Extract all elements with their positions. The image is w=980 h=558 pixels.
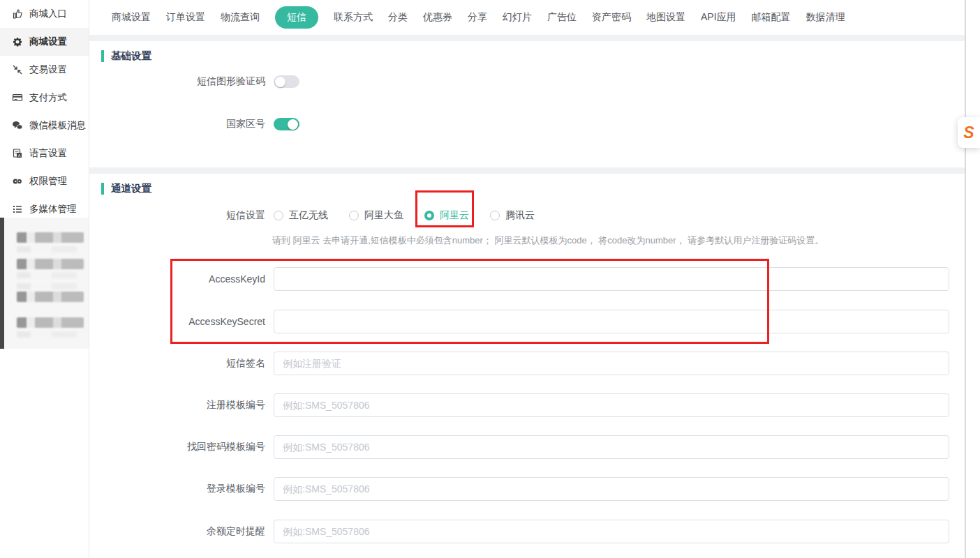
form-row-register-template: 注册模板编号 (96, 393, 965, 417)
section-header-channel: 通道设置 (101, 182, 151, 195)
sidebar-item-label: 多媒体管理 (29, 203, 77, 216)
basic-settings-card: 基础设置 短信图形验证码 国家区号 (96, 41, 965, 167)
redacted-menu-item[interactable] (17, 317, 84, 328)
sidebar-scrollbar[interactable] (0, 218, 4, 349)
sidebar-item-payment-methods[interactable]: 支付方式 (0, 84, 89, 112)
section-accent-bar (101, 50, 104, 62)
radio-label: 互亿无线 (289, 209, 328, 222)
sidebar-item-label: 支付方式 (29, 91, 67, 104)
balance-reminder-input[interactable] (274, 520, 949, 543)
login-template-input[interactable] (274, 477, 949, 501)
tab-asset-password[interactable]: 资产密码 (592, 11, 631, 24)
redacted-menu-item[interactable] (17, 232, 84, 243)
permission-icon (12, 176, 23, 187)
toggle-knob (288, 119, 298, 130)
media-list-icon (12, 204, 23, 215)
trade-arrows-icon (12, 64, 23, 75)
section-title: 基础设置 (111, 50, 151, 63)
form-row-accesskeyid: AccessKeyId (96, 267, 965, 291)
tab-mall-settings[interactable]: 商城设置 (112, 11, 151, 24)
sidebar-item-mall-settings[interactable]: 商城设置 (0, 28, 89, 56)
channel-settings-card: 通道设置 短信设置 互亿无线 阿里大鱼 阿里云 (96, 174, 965, 558)
radio-dot-icon (349, 211, 359, 220)
tab-mailbox-config[interactable]: 邮箱配置 (752, 11, 791, 24)
field-label: 短信设置 (96, 209, 274, 222)
sidebar-item-label: 商城设置 (29, 36, 67, 48)
form-row-sms-provider: 短信设置 互亿无线 阿里大鱼 阿里云 (96, 204, 965, 227)
tab-contact[interactable]: 联系方式 (334, 11, 373, 24)
sms-captcha-toggle[interactable] (274, 75, 299, 88)
sidebar-item-permission-management[interactable]: 权限管理 (0, 167, 89, 195)
sms-settings-page: 商城入口 商城设置 交易设置 支付方式 微信模板消息 A 语言设置 权限管理 多 (0, 0, 980, 558)
field-label: AccessKeySecret (96, 316, 274, 327)
sidebar-item-language-settings[interactable]: A 语言设置 (0, 140, 89, 167)
radio-dot-icon (274, 211, 283, 220)
field-label: 余额定时提醒 (96, 525, 274, 538)
tab-category[interactable]: 分类 (388, 11, 408, 24)
sidebar-submenu (0, 218, 89, 349)
section-accent-bar (101, 183, 104, 195)
sidebar-item-label: 权限管理 (29, 175, 67, 188)
redacted-menu-item[interactable] (17, 259, 84, 269)
field-label: 短信签名 (96, 357, 274, 370)
tab-api-app[interactable]: API应用 (701, 11, 736, 24)
accesskeyid-input[interactable] (274, 267, 949, 291)
field-label: AccessKeyId (96, 273, 274, 285)
field-label: 注册模板编号 (96, 399, 274, 412)
sidebar-item-trade-settings[interactable]: 交易设置 (0, 56, 89, 84)
s-widget-label: S (963, 123, 974, 142)
tab-order-settings[interactable]: 订单设置 (166, 11, 205, 24)
page-right-divider (965, 0, 966, 558)
field-label: 国家区号 (96, 118, 274, 130)
form-row-accesskeysecret: AccessKeySecret (96, 310, 965, 333)
radio-ali-dayu[interactable]: 阿里大鱼 (349, 209, 403, 222)
field-label: 短信图形验证码 (96, 75, 274, 88)
form-row-login-template: 登录模板编号 (96, 477, 965, 501)
sms-signature-input[interactable] (274, 352, 949, 375)
wechat-icon (12, 120, 23, 131)
country-code-toggle[interactable] (274, 118, 299, 130)
radio-aliyun-selected[interactable]: 阿里云 (424, 209, 469, 222)
field-label: 找回密码模板编号 (96, 441, 274, 453)
radio-dot-icon (424, 211, 434, 220)
form-row-balance-reminder: 余额定时提醒 (96, 520, 965, 543)
tab-coupon[interactable]: 优惠券 (423, 11, 452, 24)
sidebar-item-wechat-template-message[interactable]: 微信模板消息 (0, 112, 89, 140)
sms-provider-radio-group: 互亿无线 阿里大鱼 阿里云 腾讯云 (274, 209, 535, 222)
floating-s-widget[interactable]: S (958, 117, 980, 148)
password-recovery-template-input[interactable] (274, 435, 949, 459)
radio-dot-icon (490, 211, 500, 220)
form-row-country-code: 国家区号 (96, 112, 965, 136)
radio-label: 阿里云 (440, 209, 469, 222)
section-header-basic: 基础设置 (101, 50, 151, 63)
field-label: 登录模板编号 (96, 483, 274, 495)
section-title: 通道设置 (111, 182, 151, 195)
tab-logistics-query[interactable]: 物流查询 (221, 11, 260, 24)
sidebar-item-label: 语言设置 (29, 147, 67, 160)
tab-sms[interactable]: 短信 (275, 6, 318, 29)
sidebar: 商城入口 商城设置 交易设置 支付方式 微信模板消息 A 语言设置 权限管理 多 (0, 0, 89, 558)
redacted-menu-item[interactable] (17, 292, 84, 302)
sidebar-item-label: 微信模板消息 (29, 119, 86, 132)
tab-slideshow[interactable]: 幻灯片 (503, 11, 532, 24)
tab-data-cleanup[interactable]: 数据清理 (806, 11, 845, 24)
form-row-sms-signature: 短信签名 (96, 352, 965, 375)
language-icon: A (12, 148, 23, 159)
sidebar-item-mall-entry[interactable]: 商城入口 (0, 0, 89, 28)
redacted-menu-subitem (17, 246, 77, 252)
tab-ad-slot[interactable]: 广告位 (547, 11, 577, 24)
accesskeysecret-input[interactable] (274, 310, 949, 333)
gear-icon (12, 36, 23, 47)
form-row-password-recovery-template: 找回密码模板编号 (96, 435, 965, 459)
toggle-knob (275, 77, 285, 87)
radio-tencent-cloud[interactable]: 腾讯云 (490, 209, 535, 222)
thumb-up-icon (12, 8, 23, 20)
credit-card-icon (12, 92, 23, 103)
form-row-sms-captcha: 短信图形验证码 (96, 70, 965, 93)
aliyun-help-note: 请到 阿里云 去申请开通,短信模板中必须包含number； 阿里云默认模板为co… (272, 234, 824, 247)
register-template-input[interactable] (274, 393, 949, 417)
tab-map-settings[interactable]: 地图设置 (646, 11, 685, 24)
radio-label: 腾讯云 (505, 209, 535, 222)
radio-huyi-wireless[interactable]: 互亿无线 (274, 209, 328, 222)
tab-share[interactable]: 分享 (468, 11, 487, 24)
